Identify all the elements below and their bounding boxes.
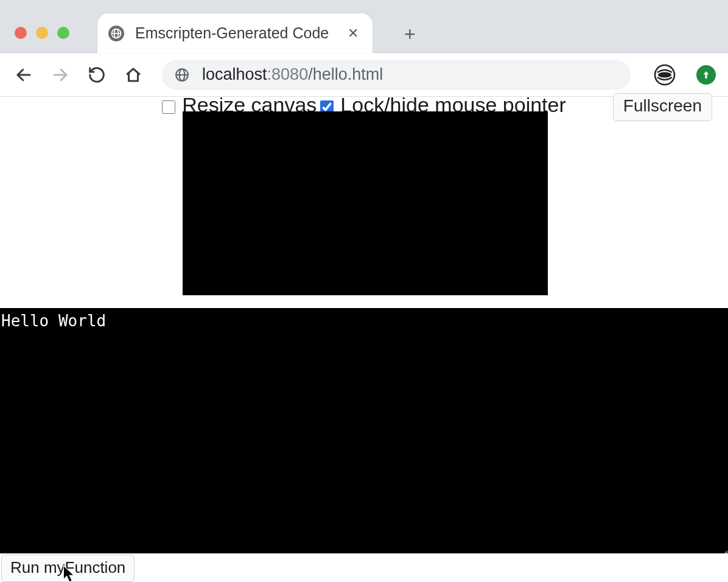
url-text: localhost:8080/hello.html bbox=[202, 65, 383, 84]
browser-tab-strip: Emscripten-Generated Code ✕ + bbox=[0, 0, 728, 53]
url-path: /hello.html bbox=[308, 65, 383, 83]
console-output[interactable]: Hello World bbox=[0, 308, 728, 557]
new-tab-button[interactable]: + bbox=[404, 23, 416, 46]
tab-title: Emscripten-Generated Code bbox=[135, 24, 329, 42]
window-close-button[interactable] bbox=[15, 27, 27, 39]
bottom-bar: Run myFunction bbox=[0, 553, 728, 582]
update-available-icon[interactable] bbox=[696, 65, 716, 85]
extension-icon[interactable] bbox=[654, 64, 676, 86]
emscripten-canvas[interactable] bbox=[183, 111, 548, 295]
browser-tab[interactable]: Emscripten-Generated Code ✕ bbox=[97, 13, 373, 53]
window-traffic-lights bbox=[15, 27, 69, 39]
svg-point-9 bbox=[658, 72, 671, 77]
forward-button[interactable] bbox=[50, 65, 71, 85]
close-icon[interactable]: ✕ bbox=[346, 26, 360, 41]
resize-canvas-checkbox[interactable] bbox=[162, 100, 175, 114]
console-text: Hello World bbox=[1, 312, 106, 330]
window-minimize-button[interactable] bbox=[36, 27, 48, 39]
fullscreen-button[interactable]: Fullscreen bbox=[613, 93, 712, 121]
url-port: :8080 bbox=[267, 65, 309, 83]
back-button[interactable] bbox=[13, 65, 34, 85]
site-info-icon[interactable] bbox=[174, 67, 190, 83]
globe-icon bbox=[108, 26, 124, 41]
address-bar[interactable]: localhost:8080/hello.html bbox=[162, 60, 631, 90]
browser-toolbar: localhost:8080/hello.html bbox=[0, 53, 728, 97]
window-maximize-button[interactable] bbox=[57, 27, 69, 39]
run-function-button[interactable]: Run myFunction bbox=[1, 555, 135, 582]
url-host: localhost bbox=[202, 65, 267, 83]
page-content: Resize canvas Lock/hide mouse pointer Fu… bbox=[0, 97, 728, 582]
reload-button[interactable] bbox=[86, 65, 107, 85]
home-button[interactable] bbox=[123, 65, 144, 85]
